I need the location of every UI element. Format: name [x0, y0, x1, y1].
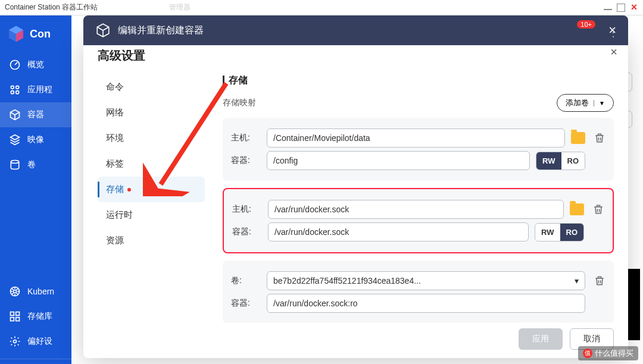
dialog-close-icon[interactable]: × — [610, 45, 617, 59]
rwro-toggle[interactable]: RW RO — [535, 223, 584, 241]
container-path-input[interactable] — [268, 222, 529, 241]
container-label: 容器: — [231, 298, 261, 309]
ro-option[interactable]: RO — [561, 152, 585, 170]
panel-title: 存储 — [223, 74, 614, 87]
svg-point-10 — [14, 290, 17, 293]
svg-point-8 — [11, 161, 18, 164]
sidebar-item-label: 偏好设 — [27, 336, 52, 347]
brand-text: Con — [30, 28, 51, 40]
sidebar-item-label: Kubern — [27, 287, 54, 296]
notification-badge[interactable]: 10+ — [577, 20, 595, 29]
sidebar-item-label: 存储库 — [27, 311, 52, 322]
nav-labels[interactable]: 标签 — [98, 151, 205, 177]
add-volume-button[interactable]: 添加卷 ▼ — [557, 94, 614, 112]
sidebar-item-label: 容器 — [27, 109, 44, 120]
cube-icon — [8, 108, 21, 121]
brand: Con — [0, 20, 71, 52]
named-volume-block: 卷: be7b2d22ffa754ff52121f934cea183e4... … — [223, 261, 614, 322]
modal-title: 编辑并重新创建容器 — [118, 24, 608, 37]
nav-network[interactable]: 网络 — [98, 100, 205, 125]
trash-icon[interactable] — [592, 203, 604, 215]
dialog-footer: 应用 取消 — [98, 322, 614, 350]
host-label: 主机: — [231, 133, 261, 143]
trash-icon[interactable] — [594, 132, 605, 144]
sidebar-item-overview[interactable]: 概览 — [0, 52, 71, 77]
folder-icon[interactable] — [570, 203, 584, 215]
svg-point-5 — [16, 86, 19, 89]
brand-logo-icon — [7, 25, 25, 43]
advanced-settings-dialog: × 高级设置 命令 网络 环境 标签 存储 运行时 资源 存储 存储映射 添加卷… — [83, 37, 628, 358]
cube-outline-icon — [95, 23, 111, 38]
watermark-icon: 值 — [583, 349, 592, 358]
folder-icon[interactable] — [571, 132, 585, 144]
svg-rect-11 — [11, 312, 14, 316]
settings-nav: 命令 网络 环境 标签 存储 运行时 资源 — [98, 74, 211, 322]
helm-icon — [8, 285, 21, 298]
window-titlebar: Container Station 容器工作站 管理器 × — [0, 0, 643, 15]
volume-select[interactable]: be7b2d22ffa754ff52121f934cea183e4... ▾ — [267, 271, 585, 290]
close-icon[interactable]: × — [630, 4, 638, 12]
rw-option[interactable]: RW — [536, 152, 561, 170]
gauge-icon — [8, 58, 21, 71]
volume-mapping-block: 主机: 容器: RW RO — [223, 188, 614, 253]
sidebar-item-kubernetes[interactable]: Kubern — [0, 279, 71, 304]
apply-button[interactable]: 应用 — [519, 328, 563, 350]
container-label: 容器: — [232, 227, 262, 237]
panel-subtitle: 存储映射 — [223, 98, 256, 108]
svg-rect-13 — [11, 318, 14, 321]
sidebar-item-label: 应用程 — [27, 84, 52, 95]
rw-option[interactable]: RW — [535, 224, 560, 241]
sidebar-item-label: 映像 — [27, 134, 44, 145]
squares-icon — [8, 310, 21, 323]
svg-rect-14 — [16, 318, 20, 321]
sidebar-item-images[interactable]: 映像 — [0, 127, 71, 152]
sidebar-item-containers[interactable]: 容器 — [0, 102, 71, 127]
modal-header: 编辑并重新创建容器 × — [83, 15, 628, 45]
trash-icon[interactable] — [594, 275, 605, 287]
sidebar-item-label: 概览 — [27, 59, 44, 70]
nav-resources[interactable]: 资源 — [98, 228, 205, 253]
sidebar-item-volumes[interactable]: 卷 — [0, 152, 71, 177]
storage-panel: 存储 存储映射 添加卷 ▼ 主机: 容器: — [211, 74, 614, 322]
gear-icon — [8, 335, 21, 348]
nav-environment[interactable]: 环境 — [98, 125, 205, 151]
chevron-down-icon: ▼ — [594, 100, 605, 106]
database-icon — [8, 158, 21, 171]
chevron-down-icon: ▾ — [575, 276, 579, 285]
svg-point-4 — [11, 86, 14, 89]
app-title: Container Station 容器工作站 — [5, 2, 98, 12]
svg-point-7 — [16, 91, 19, 94]
host-path-input[interactable] — [267, 128, 565, 148]
nav-storage[interactable]: 存储 — [98, 177, 205, 202]
host-path-input[interactable] — [268, 200, 564, 219]
layers-icon — [8, 133, 21, 146]
host-label: 主机: — [232, 204, 262, 215]
rwro-toggle[interactable]: RW RO — [536, 152, 585, 170]
sidebar: Con 概览 应用程 容器 映像 卷 Kubern 存储库 偏好设 — [0, 15, 71, 364]
sidebar-item-repo[interactable]: 存储库 — [0, 304, 71, 329]
watermark: 值 什么值得买 — [578, 346, 638, 360]
svg-point-6 — [11, 91, 14, 94]
nav-command[interactable]: 命令 — [98, 74, 205, 100]
ro-option[interactable]: RO — [560, 224, 584, 241]
volume-mapping-block: 主机: 容器: RW RO — [223, 118, 614, 181]
container-path-input[interactable] — [267, 151, 530, 170]
minimize-icon[interactable] — [604, 9, 612, 10]
svg-rect-12 — [16, 312, 20, 316]
sidebar-item-preferences[interactable]: 偏好设 — [0, 329, 71, 354]
svg-point-15 — [14, 340, 17, 343]
watermark-text: 什么值得买 — [595, 348, 633, 359]
volume-label: 卷: — [231, 275, 261, 286]
sidebar-item-apps[interactable]: 应用程 — [0, 77, 71, 102]
nav-runtime[interactable]: 运行时 — [98, 202, 205, 228]
title-extra: 管理器 — [169, 2, 191, 12]
container-path-input[interactable] — [267, 294, 585, 313]
modified-dot-icon — [127, 188, 131, 192]
container-label: 容器: — [231, 155, 261, 166]
sidebar-item-label: 卷 — [27, 159, 36, 170]
grid-icon — [8, 83, 21, 96]
dialog-title: 高级设置 — [98, 48, 614, 64]
maximize-icon[interactable] — [617, 4, 625, 12]
kebab-menu-icon[interactable]: ⋯ — [607, 27, 621, 40]
